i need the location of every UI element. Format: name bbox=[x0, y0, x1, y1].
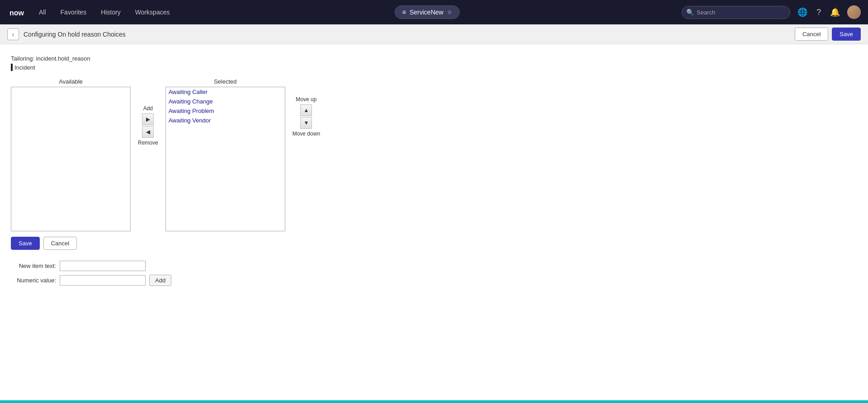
selected-label: Selected bbox=[214, 78, 237, 85]
breadcrumb-title: Configuring On hold reason Choices bbox=[24, 31, 126, 38]
incident-bar-icon bbox=[11, 64, 13, 71]
logo[interactable]: now bbox=[7, 5, 27, 19]
help-icon[interactable]: ? bbox=[815, 6, 823, 19]
available-listbox[interactable] bbox=[11, 87, 131, 231]
nav-all[interactable]: All bbox=[36, 7, 49, 18]
tailoring-field: incident.hold_reason bbox=[36, 55, 90, 62]
nav-favorites[interactable]: Favorites bbox=[58, 7, 90, 18]
move-up-button[interactable]: ▲ bbox=[300, 104, 312, 116]
breadcrumb-bar: ‹ Configuring On hold reason Choices Can… bbox=[0, 24, 868, 44]
available-label: Available bbox=[59, 78, 83, 85]
numeric-value-input[interactable] bbox=[60, 275, 146, 286]
cancel-button[interactable]: Cancel bbox=[43, 237, 77, 250]
avatar-image bbox=[847, 5, 861, 19]
numeric-value-label: Numeric value: bbox=[11, 277, 56, 284]
add-new-item-button[interactable]: Add bbox=[149, 275, 171, 286]
main-content: Tailoring: incident.hold_reason Incident… bbox=[0, 44, 868, 300]
save-cancel-row: Save Cancel bbox=[11, 237, 857, 250]
move-up-label: Move up bbox=[296, 96, 316, 103]
selected-section: Selected Awaiting CallerAwaiting ChangeA… bbox=[165, 78, 285, 231]
new-item-text-row: New item text: bbox=[11, 261, 857, 271]
nav-center: ≡ ServiceNew ☆ bbox=[181, 5, 673, 19]
servicenow-label: ServiceNew bbox=[410, 9, 443, 16]
now-logo-icon: now bbox=[7, 5, 27, 19]
nav-workspaces[interactable]: Workspaces bbox=[132, 7, 173, 18]
hamburger-icon: ≡ bbox=[402, 9, 406, 16]
search-input[interactable] bbox=[682, 6, 790, 19]
nav-history[interactable]: History bbox=[98, 7, 123, 18]
servicenow-button[interactable]: ≡ ServiceNew ☆ bbox=[395, 5, 460, 19]
available-section: Available bbox=[11, 78, 131, 231]
globe-icon[interactable]: 🌐 bbox=[796, 5, 809, 19]
svg-text:now: now bbox=[9, 9, 24, 17]
add-remove-controls: Add ▶ ◀ Remove bbox=[131, 105, 165, 146]
numeric-value-row: Numeric value: Add bbox=[11, 275, 857, 286]
move-down-button[interactable]: ▼ bbox=[300, 117, 312, 129]
remove-label: Remove bbox=[138, 140, 158, 146]
avatar[interactable] bbox=[847, 5, 861, 19]
bell-icon[interactable]: 🔔 bbox=[828, 5, 842, 19]
incident-label: Incident bbox=[11, 64, 857, 71]
move-down-label: Move down bbox=[292, 131, 320, 137]
breadcrumb-left: ‹ Configuring On hold reason Choices bbox=[7, 28, 126, 40]
back-button[interactable]: ‹ bbox=[7, 28, 19, 40]
list-item[interactable]: Awaiting Change bbox=[166, 97, 285, 106]
header-save-button[interactable]: Save bbox=[832, 28, 861, 41]
nav-right: 🔍 🌐 ? 🔔 bbox=[682, 5, 861, 19]
save-button[interactable]: Save bbox=[11, 237, 40, 250]
add-label: Add bbox=[143, 105, 153, 112]
list-item[interactable]: Awaiting Vendor bbox=[166, 116, 285, 125]
star-icon: ☆ bbox=[447, 9, 452, 15]
header-cancel-button[interactable]: Cancel bbox=[795, 28, 828, 41]
columns-wrapper: Available Add ▶ ◀ Remove Selected Awaiti… bbox=[11, 78, 857, 231]
tailoring-prefix: Tailoring: bbox=[11, 55, 34, 62]
breadcrumb-right: Cancel Save bbox=[795, 28, 861, 41]
new-item-text-label: New item text: bbox=[11, 262, 56, 269]
search-wrapper: 🔍 bbox=[682, 6, 790, 19]
incident-scope: Incident bbox=[14, 64, 35, 71]
move-controls: Move up ▲ ▼ Move down bbox=[285, 96, 327, 137]
selected-listbox[interactable]: Awaiting CallerAwaiting ChangeAwaiting P… bbox=[165, 87, 285, 231]
new-item-text-input[interactable] bbox=[60, 261, 146, 271]
top-nav: now All Favorites History Workspaces ≡ S… bbox=[0, 0, 868, 24]
list-item[interactable]: Awaiting Caller bbox=[166, 87, 285, 97]
tailoring-label: Tailoring: incident.hold_reason bbox=[11, 55, 857, 62]
remove-button[interactable]: ◀ bbox=[142, 126, 154, 138]
new-item-section: New item text: Numeric value: Add bbox=[11, 261, 857, 286]
list-item[interactable]: Awaiting Problem bbox=[166, 106, 285, 116]
add-button[interactable]: ▶ bbox=[142, 113, 154, 125]
